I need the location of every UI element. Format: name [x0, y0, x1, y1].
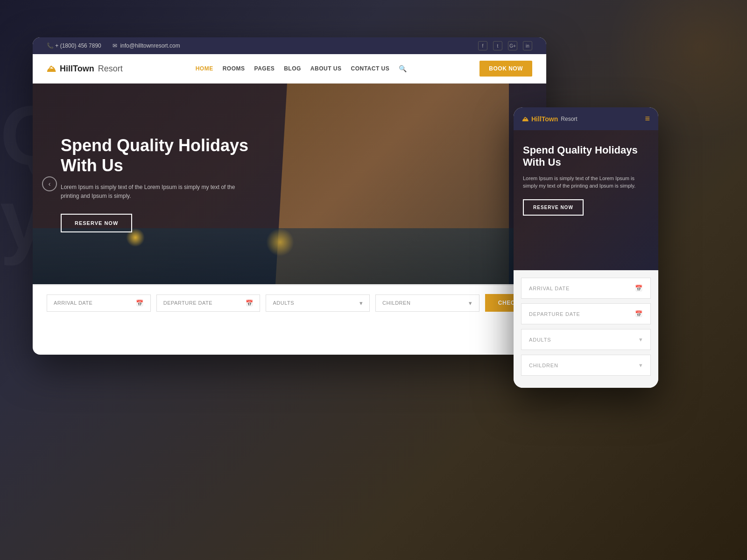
logo-icon: ⛰ — [47, 63, 56, 74]
nav-pages[interactable]: PAGES — [254, 65, 275, 72]
dropdown-icon: ▾ — [359, 300, 363, 307]
dropdown-icon-2: ▾ — [469, 300, 472, 307]
mobile-reserve-button[interactable]: RESERVE NOW — [523, 199, 584, 216]
mobile-booking-form: ARRIVAL DATE 📅 DEPARTURE DATE 📅 ADULTS ▾… — [514, 270, 658, 388]
logo-suffix: Resort — [98, 64, 123, 74]
adults-field[interactable]: ADULTS ▾ — [266, 294, 370, 312]
mobile-calendar-icon-2: 📅 — [635, 310, 643, 317]
arrow-left-icon: ‹ — [49, 180, 51, 188]
twitter-icon[interactable]: t — [493, 41, 502, 50]
mobile-logo-brand: HillTown — [531, 115, 558, 123]
mobile-dropdown-icon: ▾ — [639, 336, 643, 343]
mobile-logo-suffix: Resort — [561, 116, 577, 122]
nav-rooms[interactable]: ROOMS — [223, 65, 245, 72]
email-icon: ✉ — [113, 42, 117, 49]
mobile-arrival-date-field[interactable]: ARRIVAL DATE 📅 — [521, 278, 651, 299]
mobile-adults-label: ADULTS — [529, 337, 551, 343]
facebook-icon[interactable]: f — [478, 41, 487, 50]
phone-icon: 📞 — [47, 42, 54, 49]
mobile-hero-description: Lorem Ipsum is simply text of the Lorem … — [523, 175, 649, 190]
hero-section: ‹ Spend Quality Holidays With Us Lorem I… — [33, 84, 546, 284]
mobile-hero-title: Spend Quality Holidays With Us — [523, 144, 649, 169]
arrival-date-field[interactable]: ARRIVAL DATE 📅 — [47, 294, 151, 312]
departure-date-field[interactable]: DEPARTURE DATE 📅 — [156, 294, 261, 312]
children-label: CHILDREN — [382, 300, 410, 306]
top-bar: 📞 + (1800) 456 7890 ✉ info@hilltownresor… — [33, 37, 546, 54]
logo[interactable]: ⛰ HillTown Resort — [47, 63, 123, 74]
slider-prev-button[interactable]: ‹ — [42, 176, 57, 191]
mobile-children-field[interactable]: CHILDREN ▾ — [521, 355, 651, 376]
children-field[interactable]: CHILDREN ▾ — [375, 294, 479, 312]
mobile-logo[interactable]: ⛰ HillTown Resort — [522, 115, 578, 123]
mobile-logo-icon: ⛰ — [522, 115, 529, 123]
hero-title: Spend Quality Holidays With Us — [61, 135, 275, 175]
book-now-button[interactable]: BOOK NOW — [479, 61, 532, 77]
nav-blog[interactable]: BLOG — [284, 65, 301, 72]
desktop-mockup: 📞 + (1800) 456 7890 ✉ info@hilltownresor… — [33, 37, 546, 355]
hero-content: Spend Quality Holidays With Us Lorem Ips… — [33, 135, 303, 233]
departure-date-label: DEPARTURE DATE — [163, 300, 212, 306]
email-info: ✉ info@hilltownresort.com — [113, 42, 180, 49]
mobile-calendar-icon: 📅 — [635, 285, 643, 292]
phone-info: 📞 + (1800) 456 7890 — [47, 42, 101, 49]
mobile-adults-field[interactable]: ADULTS ▾ — [521, 329, 651, 350]
top-bar-left: 📞 + (1800) 456 7890 ✉ info@hilltownresor… — [47, 42, 180, 49]
linkedin-icon[interactable]: in — [523, 41, 532, 50]
logo-brand: HillTown — [60, 64, 94, 74]
navbar: ⛰ HillTown Resort HOME ROOMS PAGES BLOG … — [33, 54, 546, 84]
mobile-arrival-label: ARRIVAL DATE — [529, 286, 570, 291]
social-links: f t G+ in — [478, 41, 532, 50]
reserve-now-button[interactable]: RESERVE NOW — [61, 214, 132, 232]
nav-home[interactable]: HOME — [196, 65, 213, 72]
mobile-dropdown-icon-2: ▾ — [639, 362, 643, 369]
arrival-date-label: ARRIVAL DATE — [54, 300, 92, 306]
mobile-children-label: CHILDREN — [529, 363, 558, 368]
hamburger-menu-button[interactable]: ≡ — [645, 114, 650, 124]
nav-links: HOME ROOMS PAGES BLOG ABOUT US CONTACT U… — [196, 65, 407, 72]
mobile-navbar: ⛰ HillTown Resort ≡ — [514, 107, 658, 130]
calendar-icon: 📅 — [136, 300, 144, 307]
mobile-departure-label: DEPARTURE DATE — [529, 311, 580, 317]
hero-description: Lorem Ipsum is simply text of the Lorem … — [61, 183, 238, 201]
mobile-mockup: ⛰ HillTown Resort ≡ Spend Quality Holida… — [514, 107, 658, 388]
mobile-hero-section: Spend Quality Holidays With Us Lorem Ips… — [514, 130, 658, 270]
booking-bar: ARRIVAL DATE 📅 DEPARTURE DATE 📅 ADULTS ▾… — [33, 284, 546, 320]
nav-about[interactable]: ABOUT US — [310, 65, 342, 72]
adults-label: ADULTS — [273, 300, 294, 306]
calendar-icon-2: 📅 — [246, 300, 254, 307]
search-icon[interactable]: 🔍 — [399, 65, 407, 72]
googleplus-icon[interactable]: G+ — [508, 41, 517, 50]
mobile-departure-date-field[interactable]: DEPARTURE DATE 📅 — [521, 303, 651, 324]
nav-contact[interactable]: CONTACT US — [351, 65, 390, 72]
